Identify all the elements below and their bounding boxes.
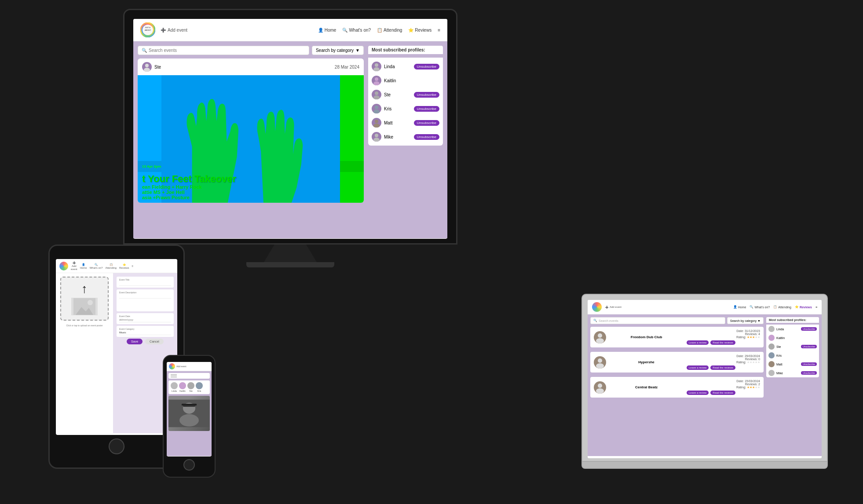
laptop-avatar-matt xyxy=(768,361,775,367)
laptop-search-placeholder[interactable]: Search events xyxy=(599,319,618,322)
tablet-upload-label: Click or tap to upload an event poster xyxy=(66,324,103,327)
laptop-event-reviews-1: Reviews: 4 xyxy=(687,332,760,336)
laptop-profile-list: Linda Unsubscribe Kaitlin Ste xyxy=(766,325,819,377)
laptop-avatar-matt1 xyxy=(594,331,606,343)
laptop-screen: ➕ Add event 👤 Home 🔍 What's on? xyxy=(588,300,822,458)
phone-app: Add event xyxy=(167,362,212,457)
monitor-stand xyxy=(264,245,317,262)
event-category-input[interactable] xyxy=(119,330,171,335)
tablet-body: ↑ Click or tap to upload an event po xyxy=(56,273,177,433)
laptop-reviews-link[interactable]: ⭐ Reviews xyxy=(795,305,812,309)
category-label: Search by category xyxy=(316,48,354,53)
tablet-more-menu[interactable]: ≡ xyxy=(132,265,134,267)
search-input[interactable] xyxy=(149,48,305,53)
laptop-logo xyxy=(592,302,602,312)
read-reviews-btn-2[interactable]: Read the reviews xyxy=(710,365,735,370)
avatar-kaitlin xyxy=(372,76,381,85)
phone-event-art xyxy=(168,396,210,431)
svg-point-11 xyxy=(373,81,380,85)
laptop-search-wrapper[interactable]: 🔍 Search events xyxy=(590,317,725,324)
tablet-save-btn[interactable]: Save xyxy=(127,339,143,344)
laptop-sidebar-title: Most subscribed profiles: xyxy=(766,317,819,323)
laptop-profile-name-kaitlin: Kaitlin xyxy=(776,336,817,340)
tablet-nav-home[interactable]: 👤 Home xyxy=(80,263,87,269)
laptop-unsub-ste[interactable]: Unsubscribe xyxy=(801,345,817,348)
attending-link[interactable]: 📋 Attending xyxy=(377,28,402,33)
unsubscribe-matt[interactable]: Unsubscribe xyxy=(414,120,439,126)
laptop-profile-matt: Matt Unsubscribe xyxy=(766,360,819,369)
laptop-event-rating-2: Rating: ★★★★★ xyxy=(687,361,760,364)
upload-arrow-icon: ↑ xyxy=(81,282,88,296)
leave-review-btn-1[interactable]: Leave a review xyxy=(687,340,709,345)
category-dropdown[interactable]: Search by category ▼ xyxy=(312,46,364,55)
laptop-add-event[interactable]: ➕ Add event xyxy=(605,306,622,309)
event-label[interactable]: event xyxy=(71,268,77,270)
laptop: ➕ Add event 👤 Home 🔍 What's on? xyxy=(581,294,828,469)
home-link[interactable]: 👤 Home xyxy=(318,28,336,33)
event-date-input[interactable] xyxy=(119,318,171,322)
phone-avatar-linda xyxy=(171,382,178,389)
laptop-bottom xyxy=(581,462,828,469)
event-image: 13 Apr 2pm Live Shadow House Fresh t You… xyxy=(138,75,364,203)
search-icon: 🔍 xyxy=(750,305,753,309)
laptop-avatar-kaitlin xyxy=(768,335,775,341)
read-reviews-btn-1[interactable]: Read the reviews xyxy=(710,340,735,345)
laptop-event-info-2: Date: 29/03/2024 Reviews: 0 Rating: ★★★★… xyxy=(687,354,760,370)
svg-point-24 xyxy=(598,383,602,388)
unsubscribe-linda[interactable]: Unsubscribe xyxy=(414,64,439,69)
whats-on-link[interactable]: 🔍 What's on? xyxy=(342,28,371,33)
phone-body: Linda Kaitlin Ste xyxy=(167,371,212,456)
reviews-link[interactable]: ⭐ Reviews xyxy=(408,28,432,33)
laptop-unsub-linda[interactable]: Unsubscribe xyxy=(801,327,817,331)
unsubscribe-kris[interactable]: Unsubscribe xyxy=(414,106,439,112)
search-input-wrapper[interactable]: 🔍 xyxy=(138,46,309,55)
svg-point-17 xyxy=(373,124,380,128)
unsubscribe-mike[interactable]: Unsubscribe xyxy=(414,134,439,140)
event-author: Ste xyxy=(142,62,161,72)
laptop-unsub-mike[interactable]: Unsubscribe xyxy=(801,371,817,375)
read-reviews-btn-3[interactable]: Read the reviews xyxy=(710,391,735,395)
chevron-down-icon: ▼ xyxy=(355,48,360,53)
laptop-attending-link[interactable]: 📋 Attending xyxy=(773,305,791,309)
app-logo: OUT & ABOUT xyxy=(140,22,155,37)
phone-profile-kris: Kris xyxy=(196,382,203,392)
tablet-nav-reviews[interactable]: ⭐ Reviews xyxy=(119,263,129,269)
leave-review-btn-3[interactable]: Leave a review xyxy=(687,391,709,395)
add-event-nav[interactable]: ➕ Add event xyxy=(161,28,187,33)
more-menu[interactable]: ≡ xyxy=(438,28,440,33)
monitor-app: OUT & ABOUT xyxy=(133,19,447,239)
add-label[interactable]: Add xyxy=(72,265,77,267)
search-icon-small: 🔍 xyxy=(142,48,147,53)
monitor: OUT & ABOUT xyxy=(123,9,457,267)
laptop-home-link[interactable]: 👤 Home xyxy=(733,305,746,309)
phone-home-button[interactable] xyxy=(183,459,195,471)
laptop-more-menu[interactable]: ≡ xyxy=(815,306,817,309)
event-artists3: asia +Prawn Posture xyxy=(142,195,359,200)
event-date: 28 Mar 2024 xyxy=(335,65,359,69)
tablet-nav-add[interactable]: ➕ Add event xyxy=(71,261,77,270)
event-description-input[interactable] xyxy=(119,294,171,299)
svg-point-18 xyxy=(375,134,378,137)
attending-icon: 📋 xyxy=(773,305,777,309)
phone: Add event xyxy=(163,355,216,478)
laptop-event-rating-3: Rating: ★★★★★ xyxy=(687,386,760,389)
add-event-label[interactable]: Add event xyxy=(168,28,187,33)
tablet-home-button[interactable] xyxy=(109,438,124,454)
phone-frame: Add event xyxy=(163,355,216,478)
unsubscribe-ste[interactable]: Unsubscribe xyxy=(414,92,439,98)
star-icon: ⭐ xyxy=(408,28,413,33)
laptop-category-dropdown[interactable]: Search by category ▼ xyxy=(727,317,764,324)
phone-event-image xyxy=(168,396,210,431)
tablet-upload-area[interactable]: ↑ xyxy=(60,277,109,321)
laptop-unsub-matt[interactable]: Unsubscribe xyxy=(801,362,817,366)
laptop-whats-on-link[interactable]: 🔍 What's on? xyxy=(750,305,770,309)
event-title-input[interactable] xyxy=(119,281,171,286)
svg-point-14 xyxy=(375,106,378,109)
tablet-cancel-btn[interactable]: Cancel xyxy=(145,339,164,344)
event-date-field: Event Date xyxy=(117,313,174,324)
tablet-nav-whats-on[interactable]: 🔍 What's on? xyxy=(90,263,103,269)
monitor-base xyxy=(246,262,334,267)
tablet-nav-attending[interactable]: 📋 Attending xyxy=(106,263,117,269)
laptop-header: ➕ Add event 👤 Home 🔍 What's on? xyxy=(588,300,822,314)
leave-review-btn-2[interactable]: Leave a review xyxy=(687,365,709,370)
